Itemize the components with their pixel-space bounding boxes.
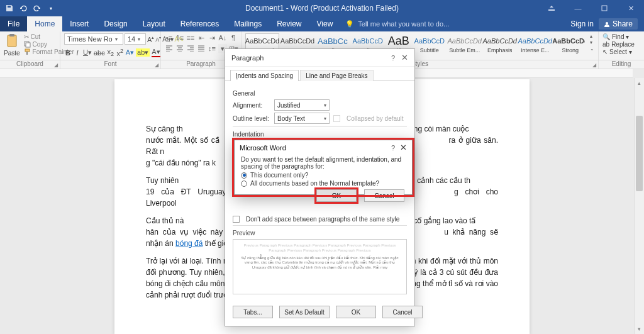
highlight-icon[interactable]: ab▾ — [136, 48, 150, 57]
replace-button[interactable]: abReplace — [602, 41, 635, 48]
font-name-combo[interactable]: Times New Ro▾ — [64, 33, 123, 45]
scroll-up-icon[interactable]: ▴ — [635, 78, 644, 88]
strikethrough-button[interactable]: abc — [94, 49, 105, 57]
collapsed-checkbox[interactable] — [333, 115, 340, 122]
tab-design[interactable]: Design — [96, 16, 135, 31]
dialog-close-icon[interactable]: ✕ — [401, 53, 408, 62]
section-indentation: Indentation — [233, 131, 407, 138]
scroll-down-icon[interactable]: ▾ — [635, 324, 644, 334]
section-preview: Preview — [233, 230, 407, 237]
qat-dropdown-icon[interactable]: ▾ — [47, 4, 55, 13]
paste-button[interactable]: Paste — [4, 33, 20, 57]
clipboard-launcher-icon[interactable]: ◢ — [54, 62, 58, 68]
close-button[interactable]: ✕ — [618, 0, 644, 16]
bold-button[interactable]: B — [64, 49, 72, 57]
show-marks-icon[interactable]: ¶ — [229, 33, 238, 42]
vertical-scrollbar[interactable]: ▴ ▾ — [634, 78, 644, 334]
justify-icon[interactable] — [197, 44, 206, 53]
radio-this-document[interactable] — [241, 172, 247, 179]
confirm-cancel-button[interactable]: Cancel — [364, 189, 404, 202]
save-icon[interactable] — [5, 4, 14, 13]
set-default-confirm-dialog: Microsoft Word ? ✕ Do you want to set th… — [234, 140, 413, 195]
share-label: Share — [613, 19, 633, 28]
increase-indent-icon[interactable]: ⇥ — [208, 33, 216, 42]
outline-label: Outline level: — [233, 115, 270, 122]
shrink-font-icon[interactable]: A▾ — [155, 35, 161, 43]
style-strong[interactable]: AaBbCcDcStrong — [553, 33, 585, 55]
paragraph-cancel-button[interactable]: Cancel — [382, 306, 423, 318]
superscript-button[interactable]: x2 — [116, 48, 124, 57]
dialog-help-icon[interactable]: ? — [391, 54, 395, 62]
align-right-icon[interactable] — [186, 44, 195, 53]
tab-view[interactable]: View — [309, 16, 341, 31]
paste-icon — [6, 33, 18, 48]
ribbon-tabs: File Home Insert Design Layout Reference… — [0, 16, 644, 31]
minimize-button[interactable]: — — [565, 0, 591, 16]
alignment-select[interactable]: Justified▾ — [274, 99, 330, 111]
italic-button[interactable]: I — [74, 49, 81, 57]
style-subtitle[interactable]: AaBbCcDSubtitle — [413, 33, 447, 55]
subscript-button[interactable]: x2 — [107, 48, 114, 57]
undo-icon[interactable] — [19, 4, 28, 13]
style-subtle-emphasis[interactable]: AaBbCcDdSubtle Em... — [448, 33, 482, 55]
decrease-indent-icon[interactable]: ⇤ — [197, 33, 206, 42]
style-emphasis[interactable]: AaBbCcDdEmphasis — [483, 33, 517, 55]
tab-file[interactable]: File — [0, 16, 27, 31]
no-space-checkbox[interactable] — [233, 216, 240, 223]
bullets-icon[interactable]: •≡ — [165, 33, 174, 42]
font-size-combo[interactable]: 14▾ — [125, 33, 146, 45]
tab-insert[interactable]: Insert — [62, 16, 96, 31]
group-editing: Editing — [599, 60, 644, 69]
tab-mailings[interactable]: Mailings — [226, 16, 269, 31]
multilevel-icon[interactable]: ≡≡ — [186, 33, 195, 42]
text-effects-icon[interactable]: A▾ — [126, 48, 134, 57]
select-button[interactable]: ↖Select ▾ — [602, 48, 635, 55]
tabs-button[interactable]: Tabs... — [233, 306, 273, 318]
ribbon-options-icon[interactable] — [538, 0, 565, 16]
format-painter-icon — [24, 48, 31, 55]
window-title: Document1 - Word (Product Activation Fai… — [245, 4, 399, 13]
styles-launcher-icon[interactable]: ◢ — [592, 62, 596, 68]
styles-scroll-up-icon[interactable]: ▴ — [590, 33, 594, 39]
dialog-tab-breaks[interactable]: Line and Page Breaks — [300, 70, 373, 81]
dialog-tab-indents[interactable]: IIndents and Spacingndents and Spacing — [230, 70, 299, 81]
redo-icon[interactable] — [33, 4, 42, 13]
align-left-icon[interactable] — [165, 44, 174, 53]
style-intense-emphasis[interactable]: AaBbCcDdIntense E... — [518, 33, 552, 55]
scroll-thumb[interactable] — [636, 116, 643, 191]
align-center-icon[interactable] — [175, 44, 184, 53]
share-button[interactable]: Share — [599, 18, 638, 30]
doc-hyperlink[interactable]: bóng đá — [175, 239, 203, 248]
styles-more-icon[interactable]: ⌄ — [590, 46, 594, 52]
line-spacing-icon[interactable]: ↕≡ — [208, 44, 216, 53]
tell-me-placeholder: Tell me what you want to do... — [358, 20, 449, 28]
tell-me-search[interactable]: 💡 Tell me what you want to do... — [345, 16, 449, 31]
tab-layout[interactable]: Layout — [135, 16, 173, 31]
sign-in-link[interactable]: Sign in — [570, 19, 594, 28]
confirm-title: Microsoft Word — [240, 144, 286, 152]
tab-review[interactable]: Review — [269, 16, 309, 31]
outline-select[interactable]: Body Text▾ — [274, 113, 330, 124]
svg-rect-1 — [548, 9, 555, 11]
confirm-help-icon[interactable]: ? — [391, 144, 395, 152]
find-button[interactable]: 🔍Find ▾ — [602, 33, 635, 40]
numbering-icon[interactable]: 1≡ — [175, 33, 184, 42]
group-font: Font◢ — [60, 60, 161, 69]
sort-icon[interactable]: A↓ — [218, 33, 227, 42]
paragraph-ok-button[interactable]: OK — [336, 306, 376, 318]
maximize-button[interactable] — [591, 0, 618, 16]
set-default-button[interactable]: Set As Default — [279, 306, 330, 318]
alignment-label: Alignment: — [233, 102, 270, 109]
radio-all-documents[interactable] — [241, 181, 247, 187]
underline-button[interactable]: U▾ — [83, 48, 92, 57]
confirm-close-icon[interactable]: ✕ — [400, 143, 407, 152]
font-color-icon[interactable]: A▾ — [152, 48, 160, 57]
styles-scroll-down-icon[interactable]: ▾ — [590, 40, 594, 45]
tab-home[interactable]: Home — [27, 16, 62, 31]
grow-font-icon[interactable]: A▴ — [147, 35, 154, 43]
font-launcher-icon[interactable]: ◢ — [155, 62, 158, 68]
tab-references[interactable]: References — [173, 16, 226, 31]
confirm-ok-button[interactable]: OK — [316, 189, 357, 202]
radio-all-label: All documents based on the Normal templa… — [250, 180, 379, 187]
svg-rect-4 — [8, 35, 16, 47]
